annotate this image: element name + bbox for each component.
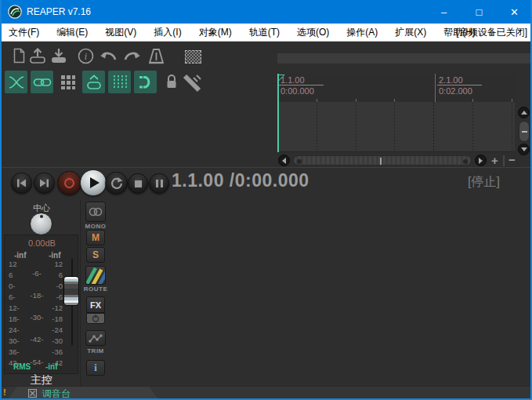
lock-button[interactable] [160,71,183,93]
grid-squares-icon [60,75,76,90]
vscroll-up-button[interactable] [518,107,530,118]
down-arrow-icon [521,147,527,151]
slope-pencil-icon [182,73,202,93]
ruler-marker: 2.1.00 0:02.000 [437,75,482,96]
power-icon [92,315,100,322]
save-project-button[interactable] [49,46,68,65]
grid-toggle-button[interactable] [108,71,131,93]
ruler-bar-label: 2.1.00 [437,75,482,85]
link-icon [33,77,52,88]
route-button[interactable] [85,266,106,285]
zoom-out-button[interactable]: − [508,154,516,165]
menu-extensions[interactable]: 扩展(X) [386,24,435,41]
minimize-button[interactable]: – [426,0,461,24]
meter-scale-right: 126 -0-6 -12-18 -24-30 -36-42 [45,260,63,367]
knob-pointer [40,215,43,218]
go-to-start-button[interactable] [11,173,32,194]
stop-button[interactable] [128,173,148,194]
edit-behavior-button[interactable] [180,71,203,94]
edit-cursor-flag-icon [278,75,285,82]
rms-label: RMS [13,362,31,371]
new-project-button[interactable] [9,46,28,65]
arrange-view[interactable] [277,102,515,152]
go-to-start-icon [16,179,27,187]
menu-file[interactable]: 文件(F) [0,24,48,41]
open-project-button[interactable] [28,46,47,65]
grid-line [512,102,512,152]
maximize-button[interactable]: □ [461,0,497,24]
mono-icon [89,207,103,216]
marquee-select-button[interactable] [183,47,202,66]
hscroll-end-dot [297,159,302,164]
meter-scale-left: 126 0-6- 12-18- 24-30- 36-42- [9,260,24,367]
metronome-button[interactable] [147,46,165,65]
info-icon: i [78,48,94,64]
solo-button[interactable]: S [86,247,105,263]
trim-button[interactable] [85,330,106,346]
vscroll-thumb[interactable] [519,121,530,142]
record-button[interactable] [57,171,81,195]
grid-line [472,102,473,152]
transport-divider [2,167,532,168]
volume-fader-handle[interactable] [63,276,79,306]
mono-label: MONO [81,223,110,230]
audio-device-status[interactable]: [音频设备已关闭] [456,24,527,41]
ruler-bar-label: 1.1.00 [279,75,324,85]
redo-button[interactable] [123,46,142,65]
close-button[interactable]: ✕ [497,0,532,24]
titlebar: REAPER v7.16 – □ ✕ [0,0,532,24]
go-to-end-button[interactable] [34,173,55,194]
undo-button[interactable] [99,46,118,65]
mute-button[interactable]: M [86,230,105,245]
play-icon [90,177,100,188]
track-info-button[interactable]: i [86,360,105,376]
meter-scale-mid: -6--18- -30--42- -54- [27,270,47,365]
grid-line [394,102,395,152]
menu-view[interactable]: 视图(V) [96,24,145,41]
item-grouping-button[interactable] [82,71,105,93]
grouping-matrix-button[interactable] [56,71,79,93]
docker-top-strip [277,53,532,64]
vscroll-down-button[interactable] [518,144,530,155]
edit-cursor[interactable] [277,74,279,152]
lock-icon [165,74,179,90]
record-icon [64,178,74,188]
grid-lines-icon [112,75,128,90]
hscroll-left-button[interactable] [278,155,290,166]
hscroll-track[interactable] [293,155,472,165]
repeat-button[interactable] [105,172,128,195]
peak-right: -inf [49,251,61,260]
auto-crossfade-button[interactable] [5,71,27,93]
volume-readout[interactable]: 0.00dB [5,238,79,248]
mono-button[interactable] [85,202,106,222]
snap-toggle-button[interactable] [134,71,157,93]
mixer-tab[interactable]: 调音台 [8,387,161,399]
menu-track[interactable]: 轨道(T) [241,24,288,41]
up-arrow-icon [521,111,527,115]
menu-actions[interactable]: 操作(A) [338,24,386,41]
alert-indicator[interactable]: ! [3,387,6,397]
pan-knob[interactable] [30,213,52,235]
zoom-in-button[interactable]: + [491,155,498,166]
group-link-icon [85,74,103,91]
project-settings-button[interactable]: i [76,46,95,65]
pause-button[interactable] [149,173,169,194]
fx-bypass-button[interactable] [86,313,105,324]
play-button[interactable] [80,169,107,196]
menu-insert[interactable]: 插入(I) [145,24,190,41]
timeline-ruler[interactable]: 1.1.00 0:00.000 2.1.00 0:02.000 [277,74,515,102]
transport-time-display[interactable]: 1.1.00 /0:00.000 [172,170,309,191]
statusbar: ! 调音台 [2,386,532,398]
menu-item[interactable]: 对象(M) [190,24,241,41]
close-box-icon[interactable] [28,389,37,398]
envelope-link-button[interactable] [31,71,53,93]
rms-value: -inf [45,362,58,371]
ruler-measure-line [435,74,436,102]
grid-line-measure [433,102,434,152]
hscroll-right-button[interactable] [475,155,487,166]
menu-options[interactable]: 选项(O) [288,24,338,41]
peak-left: -inf [14,251,27,260]
stop-icon [135,180,142,187]
menu-edit[interactable]: 编辑(E) [48,24,96,41]
fx-button[interactable]: FX [86,296,105,313]
